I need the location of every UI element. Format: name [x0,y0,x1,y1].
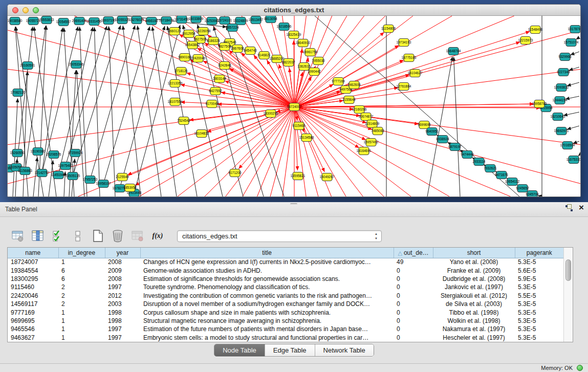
table-cell[interactable]: 9465546 [8,325,58,333]
graph-node[interactable]: 17957253 [83,176,98,184]
table-cell[interactable]: 0 [394,283,433,291]
graph-node[interactable]: 16033809 [189,16,204,23]
graph-node[interactable]: 1853958 [123,184,137,192]
column-header-title[interactable]: title [140,248,394,258]
graph-node[interactable]: 18107554 [168,98,183,106]
graph-node[interactable]: 11514809 [365,120,380,128]
table-cell[interactable]: 6 [58,266,105,274]
column-header-pagerank[interactable]: pagerank [515,248,563,258]
graph-node[interactable]: 20053346 [69,61,84,69]
table-cell[interactable]: 5.3E-5 [515,325,563,333]
graph-node[interactable]: 9827508 [218,43,231,51]
graph-node[interactable]: 12761884 [397,83,411,91]
graph-node[interactable]: 16958107 [96,180,111,188]
table-cell[interactable]: 0 [394,334,433,342]
graph-node[interactable]: 8186328 [207,37,220,45]
table-cell[interactable]: 2012 [105,292,140,300]
graph-node[interactable]: 12093832 [554,84,569,92]
graph-node[interactable]: 15260550 [10,149,25,157]
graph-node[interactable]: 2155644 [342,96,356,104]
table-settings-icon[interactable] [10,228,26,244]
graph-node[interactable]: 16210643 [551,113,565,121]
table-cell[interactable]: Corpus callosum shape and size in male p… [140,308,394,316]
table-cell[interactable]: 1 [58,317,105,325]
table-cell[interactable]: 2008 [105,275,140,283]
graph-node[interactable]: 10513457 [249,16,264,24]
graph-node[interactable]: 8427552 [209,87,222,95]
table-cell[interactable]: 18724007 [8,258,58,266]
graph-node[interactable]: 17082120 [11,89,26,97]
table-row[interactable]: 946554611997Estimation of the future num… [8,325,563,333]
table-cell[interactable]: 0 [394,266,433,274]
table-row[interactable]: 1938455462009Genome-wide association stu… [8,266,563,274]
tab-edge-table[interactable]: Edge Table [265,344,315,356]
graph-node[interactable]: 18300295 [264,110,278,118]
graph-node[interactable]: 9466160 [145,17,158,25]
float-window-icon[interactable] [565,204,573,211]
table-cell[interactable]: Embryonic stem cells: a model to study s… [140,334,394,342]
graph-node[interactable]: 7857224 [226,24,239,32]
graph-node[interactable]: 8454743 [244,47,257,55]
graph-node[interactable]: 11154808 [381,25,396,33]
graph-node[interactable]: 8471676 [495,171,508,179]
graph-node[interactable]: 2867608 [231,45,244,53]
table-cell[interactable]: Hescheler et al. (1997) [433,334,515,342]
graph-node[interactable]: 7485083 [371,127,384,135]
show-columns-icon[interactable] [30,228,46,244]
table-cell[interactable]: 9699695 [8,317,58,325]
table-cell[interactable]: 5.5E-5 [515,292,563,300]
table-cell[interactable]: Dudbridge et al. (2008) [433,275,515,283]
graph-node[interactable]: 9329966 [558,53,572,61]
splitter-grip[interactable] [290,203,297,206]
table-cell[interactable]: Franke et al. (2009) [433,266,515,274]
graph-node[interactable]: 15957492 [364,139,379,146]
graph-node[interactable]: 17016504 [560,142,575,149]
table-cell[interactable]: 18300295 [8,275,58,283]
graph-node[interactable]: 9777169 [332,78,345,85]
table-cell[interactable]: 5.3E-5 [515,300,563,308]
table-cell[interactable]: 5.3E-5 [515,308,563,316]
window-titlebar[interactable]: citations_edges.txt [8,5,580,16]
graph-node[interactable]: 9245704 [526,191,539,197]
graph-node[interactable]: 10178780 [568,26,580,33]
table-cell[interactable]: 0 [394,300,433,308]
network-canvas[interactable]: 1903858019055721205538131205455720691406… [8,16,580,196]
table-row[interactable]: 1872400712008Changes of HCN gene express… [8,258,563,266]
column-header-out_de[interactable]: △out_de… [394,248,433,258]
table-cell[interactable]: 0 [394,308,433,316]
table-cell[interactable]: 9115460 [8,283,58,291]
select-all-icon[interactable] [50,228,66,244]
graph-node[interactable]: 20553813 [39,16,54,24]
table-cell[interactable]: Yano et al. (2008) [433,258,515,266]
table-cell[interactable]: 1998 [105,317,140,325]
graph-node[interactable]: 18640910 [296,39,311,47]
table-row[interactable]: 1830029562008Estimation of significance … [8,275,563,283]
table-cell[interactable]: Disruption of a novel member of a sodium… [140,300,394,308]
unselect-all-icon[interactable] [70,228,85,244]
graph-node[interactable]: 1362615 [297,63,311,71]
table-cell[interactable]: 5.3E-5 [515,258,563,266]
table-cell[interactable]: 2 [58,292,105,300]
scrollbar-thumb[interactable] [565,259,571,281]
graph-node[interactable]: 19038580 [8,17,23,25]
table-row[interactable]: 977716911998Corpus callosum shape and si… [8,308,563,316]
table-cell[interactable]: 2 [58,300,105,308]
table-cell[interactable]: 49 [394,258,433,266]
table-cell[interactable]: 9777169 [8,308,58,316]
table-cell[interactable]: 22420046 [8,292,58,300]
table-cell[interactable]: 6 [58,275,105,283]
graph-node[interactable]: 15049267 [320,173,335,181]
graph-node[interactable]: 9115460 [293,122,306,130]
table-row[interactable]: 969969511998Structural magnetic resonanc… [8,317,563,325]
table-cell[interactable]: 2008 [105,258,140,266]
table-cell[interactable]: 0 [394,292,433,300]
table-row[interactable]: 946362711997Embryonic stem cells: a mode… [8,334,563,342]
graph-node[interactable]: 20331456 [87,18,102,26]
graph-node[interactable]: 15751074 [564,39,579,47]
graph-node[interactable]: 16104832 [194,130,209,138]
table-row[interactable]: 1456911722003Disruption of a novel membe… [8,300,563,308]
tab-network-table[interactable]: Network Table [315,344,374,356]
table-row[interactable]: 2242004622012Investigating the contribut… [8,292,563,300]
graph-node[interactable]: 8912954 [182,30,195,38]
table-cell[interactable]: Structural magnetic resonance image aver… [140,317,394,325]
